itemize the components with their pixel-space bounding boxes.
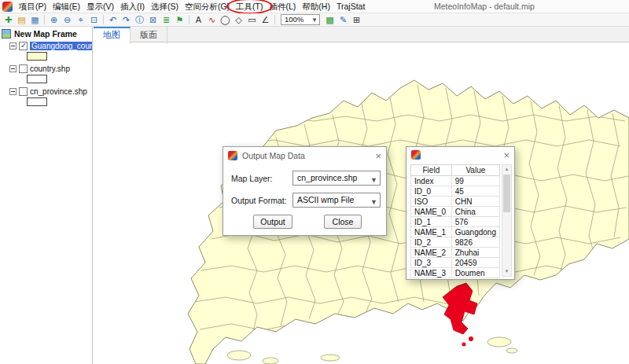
layer-checkbox[interactable] bbox=[19, 64, 28, 73]
collapse-icon[interactable] bbox=[9, 88, 17, 95]
field-cell: ID_3 bbox=[411, 258, 452, 268]
close-icon[interactable]: × bbox=[503, 150, 509, 160]
menu-item-spatial-analysis[interactable]: 空间分析(G) bbox=[182, 0, 233, 13]
field-cell: Index bbox=[411, 176, 452, 186]
polyline-icon[interactable]: ∿ bbox=[205, 13, 219, 26]
layer-label[interactable]: cn_province.shp bbox=[30, 87, 87, 96]
attribute-table: Field Value Index99 ID_045 ISOCHN NAME_0… bbox=[410, 164, 500, 279]
dialog-title-bar[interactable]: × bbox=[406, 147, 514, 163]
layer-item-cn-province[interactable]: cn_province.shp bbox=[0, 86, 92, 97]
attr-row[interactable]: ID_045 bbox=[411, 186, 500, 197]
close-button[interactable]: Close bbox=[324, 215, 362, 229]
next-view-icon[interactable]: ↷ bbox=[120, 13, 133, 26]
attr-row[interactable]: NAME_3Doumen bbox=[411, 268, 500, 278]
attr-row[interactable]: NAME_2Zhuhai bbox=[411, 248, 500, 258]
map-frame-label: New Map Frame bbox=[14, 29, 77, 39]
scroll-up-icon[interactable]: ▲ bbox=[502, 165, 511, 174]
layer-swatch[interactable] bbox=[27, 52, 47, 61]
zoom-level-value: 100% bbox=[285, 15, 303, 24]
previous-view-icon[interactable]: ↶ bbox=[106, 13, 120, 26]
full-extent-icon[interactable]: ⊡ bbox=[87, 13, 101, 26]
output-format-combobox[interactable]: ASCII wmp File ▼ bbox=[292, 193, 381, 208]
value-cell: China bbox=[451, 207, 499, 217]
value-cell: 99 bbox=[451, 176, 499, 186]
menu-item-edit[interactable]: 编辑(E) bbox=[50, 0, 83, 13]
layer-swatch[interactable] bbox=[27, 97, 47, 106]
output-button[interactable]: Output bbox=[253, 215, 292, 229]
tab-layout[interactable]: 版面 bbox=[131, 27, 167, 44]
menu-item-tools-label: 工具(T) bbox=[236, 2, 263, 11]
menu-bar: 项目(P) 编辑(E) 显示(V) 插入(I) 选择(S) 空间分析(G) 工具… bbox=[0, 0, 629, 13]
layer-swatch[interactable] bbox=[27, 75, 47, 83]
attr-header-row: Field Value bbox=[411, 165, 500, 176]
map-view-icon[interactable]: ▩ bbox=[323, 13, 337, 26]
attr-row[interactable]: ISOCHN bbox=[411, 197, 500, 207]
attr-row[interactable]: NAME_0China bbox=[411, 207, 500, 217]
field-cell: NAME_3 bbox=[411, 268, 452, 278]
zoom-in-icon[interactable]: ⊕ bbox=[47, 13, 61, 26]
polygon-icon[interactable]: ◇ bbox=[232, 13, 245, 26]
open-icon[interactable]: ▤ bbox=[15, 13, 28, 26]
attr-row[interactable]: NAME_1Guangdong bbox=[411, 227, 500, 237]
menu-item-plugins[interactable]: 插件(L) bbox=[267, 0, 300, 13]
dialog-title: Output Map Data bbox=[242, 151, 375, 160]
tab-map[interactable]: 地图 bbox=[94, 27, 131, 44]
menu-item-selection[interactable]: 选择(S) bbox=[148, 0, 182, 13]
islands bbox=[227, 337, 517, 364]
label-icon[interactable]: A bbox=[192, 13, 205, 26]
attr-row[interactable]: ID_29826 bbox=[411, 237, 500, 248]
chevron-down-icon: ▼ bbox=[370, 196, 377, 208]
flag-icon[interactable]: ⚑ bbox=[173, 13, 186, 26]
toolbar-separator bbox=[103, 15, 104, 24]
measure-icon[interactable]: ∠ bbox=[259, 13, 272, 26]
toolbar-separator bbox=[44, 15, 45, 24]
collapse-icon[interactable] bbox=[9, 65, 17, 72]
map-layer-combobox[interactable]: cn_province.shp ▼ bbox=[292, 171, 381, 186]
menu-item-view[interactable]: 显示(V) bbox=[83, 0, 117, 13]
layer-label[interactable]: country.shp bbox=[30, 64, 70, 73]
dialog-title-bar[interactable]: Output Map Data × bbox=[223, 147, 386, 164]
zoom-level-combobox[interactable]: 100% ▼ bbox=[281, 14, 320, 25]
menu-item-help[interactable]: 帮助(H) bbox=[299, 0, 333, 13]
menu-item-project[interactable]: 项目(P) bbox=[16, 0, 50, 13]
layer-checkbox[interactable] bbox=[19, 42, 28, 50]
attr-row[interactable]: ID_1576 bbox=[411, 217, 500, 227]
collapse-icon[interactable] bbox=[9, 42, 17, 50]
window-title: MeteoInfoMap - default.mip bbox=[434, 2, 535, 11]
scrollbar-thumb[interactable] bbox=[503, 175, 510, 212]
edit-icon[interactable]: ✎ bbox=[337, 13, 350, 26]
identify-icon[interactable]: ⓘ bbox=[133, 13, 146, 26]
save-icon[interactable]: ▦ bbox=[28, 13, 42, 26]
scrollbar[interactable]: ▲ ▼ bbox=[502, 164, 512, 277]
zoom-out-icon[interactable]: ⊖ bbox=[61, 13, 74, 26]
layer-item-country[interactable]: country.shp bbox=[0, 63, 92, 74]
close-icon[interactable]: × bbox=[375, 151, 381, 161]
field-cell: NAME_0 bbox=[411, 207, 452, 217]
new-icon[interactable]: ✚ bbox=[2, 13, 15, 26]
value-column-header: Value bbox=[451, 165, 499, 176]
app-logo-icon bbox=[2, 2, 13, 12]
attr-row[interactable]: ID_320459 bbox=[411, 258, 500, 268]
attr-row[interactable]: Index99 bbox=[411, 176, 500, 186]
layer-item-guangdong-county[interactable]: Guangdong_county.shp bbox=[0, 40, 92, 51]
value-cell: Doumen bbox=[451, 268, 499, 278]
scroll-down-icon[interactable]: ▼ bbox=[502, 267, 511, 276]
layer-checkbox[interactable] bbox=[19, 87, 28, 96]
menu-item-insert[interactable]: 插入(I) bbox=[117, 0, 148, 13]
rectangle-icon[interactable]: ▭ bbox=[245, 13, 259, 26]
pan-icon[interactable]: ⌖ bbox=[74, 13, 87, 26]
output-format-value: ASCII wmp File bbox=[297, 195, 354, 204]
select-icon[interactable]: ⊠ bbox=[146, 13, 160, 26]
layers-icon[interactable]: ≣ bbox=[160, 13, 173, 26]
map-frame-node[interactable]: New Map Frame bbox=[0, 27, 92, 40]
attribute-table-icon[interactable]: ⊞ bbox=[350, 13, 363, 26]
menu-item-tools[interactable]: 工具(T) bbox=[233, 0, 266, 13]
ellipse-icon[interactable]: ◯ bbox=[219, 13, 232, 26]
menu-item-trajstat[interactable]: TrajStat bbox=[333, 0, 368, 13]
tab-bar: 地图版面 bbox=[94, 27, 629, 42]
field-cell: ISO bbox=[411, 197, 452, 207]
layer-label[interactable]: Guangdong_county.shp bbox=[30, 42, 92, 50]
value-cell: CHN bbox=[451, 197, 499, 207]
value-cell: 9826 bbox=[451, 237, 499, 248]
layer-panel: New Map Frame Guangdong_county.shp count… bbox=[0, 27, 93, 364]
